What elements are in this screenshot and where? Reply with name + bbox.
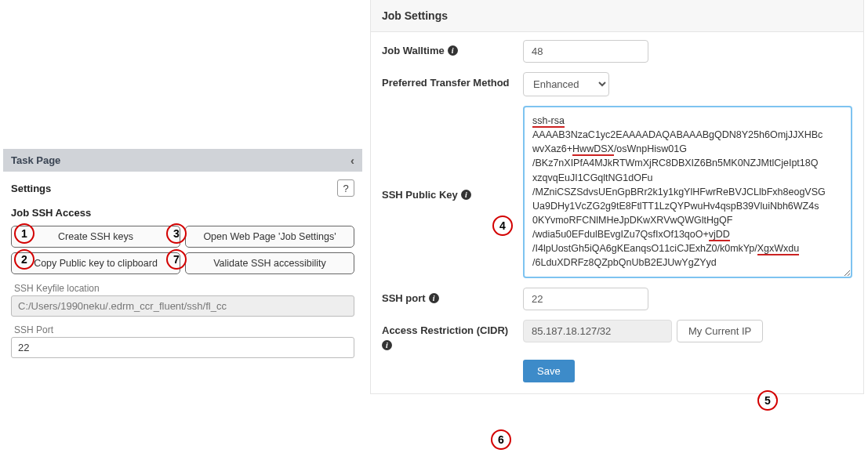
- settings-row: Settings ?: [3, 172, 362, 204]
- info-icon[interactable]: i: [382, 340, 392, 350]
- sshport-row: SSH port i: [371, 280, 863, 312]
- info-icon[interactable]: i: [461, 190, 471, 200]
- info-icon[interactable]: i: [429, 293, 439, 303]
- ssh-port-label: SSH Port: [11, 324, 354, 335]
- cidr-label: Access Restriction (CIDR): [382, 324, 508, 336]
- pubkey-label: SSH Public Key: [382, 189, 458, 201]
- transfer-row: Preferred Transfer Method Enhanced: [371, 64, 863, 98]
- sshport-input[interactable]: [523, 288, 648, 310]
- walltime-input[interactable]: [523, 40, 648, 63]
- walltime-row: Job Walltime i: [371, 32, 863, 64]
- job-settings-panel: Job Settings Job Walltime i Preferred Tr…: [370, 0, 864, 394]
- collapse-icon[interactable]: ‹: [350, 154, 354, 167]
- save-button[interactable]: Save: [523, 360, 575, 382]
- job-settings-header: Job Settings: [371, 0, 863, 32]
- cidr-value: 85.187.18.127/32: [523, 320, 672, 342]
- walltime-label: Job Walltime: [382, 45, 445, 56]
- section-title: Job SSH Access: [3, 204, 362, 223]
- my-current-ip-button[interactable]: My Current IP: [677, 320, 763, 342]
- transfer-label: Preferred Transfer Method: [382, 77, 510, 89]
- settings-title: Settings: [11, 183, 51, 194]
- sshport-label: SSH port: [382, 292, 426, 304]
- ssh-public-key-textarea[interactable]: ssh-rsa AAAAB3NzaC1yc2EAAAADAQABAAABgQDN…: [523, 106, 852, 278]
- task-page-title: Task Page: [11, 154, 60, 166]
- ssh-port-input[interactable]: [11, 337, 354, 358]
- task-page-header[interactable]: Task Page ‹: [3, 149, 362, 172]
- create-ssh-keys-button[interactable]: Create SSH keys: [11, 226, 180, 248]
- save-row: Save: [371, 352, 863, 384]
- keyfile-input[interactable]: [11, 295, 354, 317]
- pubkey-row: SSH Public Key i ssh-rsa AAAAB3NzaC1yc2E…: [371, 98, 863, 280]
- validate-ssh-button[interactable]: Validate SSH accessibility: [185, 252, 354, 274]
- task-page-panel: Task Page ‹ Settings ? Job SSH Access Cr…: [3, 149, 362, 360]
- annotation-6: 6: [491, 429, 511, 450]
- transfer-select[interactable]: Enhanced: [523, 72, 609, 96]
- cidr-row: Access Restriction (CIDR) i 85.187.18.12…: [371, 312, 863, 352]
- open-web-page-button[interactable]: Open Web Page 'Job Settings': [185, 226, 354, 248]
- help-button[interactable]: ?: [337, 179, 354, 197]
- keyfile-label: SSH Keyfile location: [11, 283, 354, 294]
- copy-public-key-button[interactable]: Copy Public key to clipboard: [11, 252, 180, 274]
- info-icon[interactable]: i: [448, 45, 458, 56]
